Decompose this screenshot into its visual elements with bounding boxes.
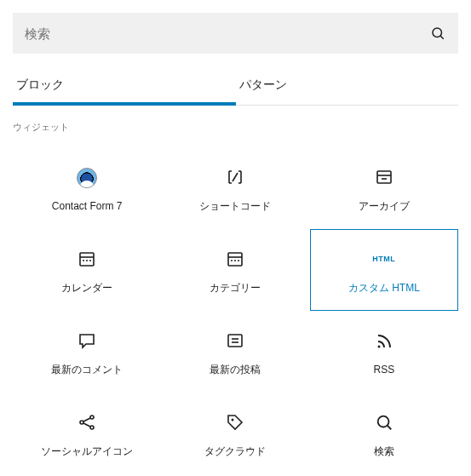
comment-icon [77,330,97,351]
svg-rect-2 [377,171,391,183]
contact-form-7-icon [77,168,97,188]
block-label: アーカイブ [359,199,410,214]
svg-point-14 [238,260,239,261]
search-icon[interactable] [429,25,446,42]
category-icon [225,249,245,269]
tab-bar: ブロック パターン [13,67,458,106]
shortcode-icon [225,167,245,187]
svg-point-12 [231,260,233,261]
calendar-icon [77,249,97,269]
tag-icon [225,412,245,433]
svg-point-19 [90,416,94,419]
svg-rect-15 [228,335,242,347]
svg-point-9 [89,260,91,261]
svg-point-8 [86,260,88,261]
search-bar[interactable] [13,13,458,54]
block-custom-html[interactable]: HTML カスタム HTML [310,229,458,311]
svg-point-0 [433,28,442,37]
svg-line-1 [440,36,444,39]
svg-line-26 [387,425,391,429]
svg-line-23 [83,423,90,427]
block-label: 最新の投稿 [210,363,261,377]
block-contact-form-7[interactable]: Contact Form 7 [13,147,161,229]
block-label: 最新のコメント [51,363,123,377]
block-shortcode[interactable]: ショートコード [161,147,309,229]
svg-rect-10 [228,253,242,266]
block-search[interactable]: 検索 [310,393,458,474]
block-label: カスタム HTML [348,281,420,295]
svg-point-18 [377,346,380,348]
search-block-icon [374,412,394,433]
svg-point-13 [234,260,236,261]
block-label: 検索 [374,444,394,459]
block-tag-cloud[interactable]: タグクラウド [161,393,309,474]
block-archive[interactable]: アーカイブ [310,147,458,229]
section-heading-widgets: ウィジェット [13,121,471,134]
block-latest-comments[interactable]: 最新のコメント [13,311,161,393]
block-calendar[interactable]: カレンダー [13,229,161,311]
share-icon [77,412,97,433]
svg-rect-5 [80,253,94,266]
rss-icon [374,331,394,352]
svg-point-21 [90,426,94,429]
block-category[interactable]: カテゴリー [161,229,309,311]
tab-pattern[interactable]: パターン [236,67,459,105]
block-rss[interactable]: RSS [310,311,458,393]
search-input[interactable] [25,26,429,41]
html-icon: HTML [374,249,394,269]
svg-point-20 [80,421,83,424]
block-label: ソーシャルアイコン [41,444,133,459]
svg-line-22 [83,418,90,422]
block-label: RSS [373,364,394,376]
block-social-icons[interactable]: ソーシャルアイコン [13,393,161,474]
block-label: Contact Form 7 [52,200,123,212]
block-latest-posts[interactable]: 最新の投稿 [161,311,309,393]
svg-point-7 [83,260,84,261]
block-grid: Contact Form 7 ショートコード アーカイブ [0,141,471,476]
block-label: ショートコード [199,199,271,214]
block-label: カレンダー [61,281,112,295]
svg-point-24 [232,418,234,421]
svg-point-25 [377,416,388,427]
block-label: カテゴリー [210,281,261,295]
list-icon [225,330,245,351]
tab-block[interactable]: ブロック [13,67,236,105]
archive-icon [374,167,394,187]
block-label: タグクラウド [204,444,266,459]
